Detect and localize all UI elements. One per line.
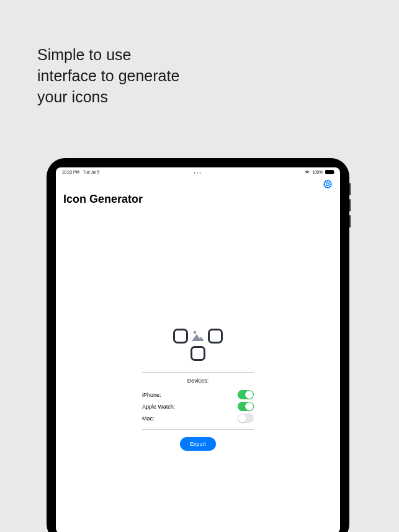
tablet-side-buttons [349, 183, 351, 231]
settings-button[interactable] [323, 179, 333, 189]
device-label: Apple Watch: [142, 404, 175, 410]
image-icon [191, 329, 205, 344]
gear-icon [323, 179, 333, 189]
device-row-iphone: iPhone: [142, 389, 254, 401]
svg-point-1 [326, 183, 330, 186]
device-label: Mac: [142, 415, 155, 422]
headline-line-1: Simple to use [37, 45, 179, 66]
app-title: Icon Generator [56, 175, 340, 211]
tablet-screen: 10:22 PM Tue Jul 5 ••• 100% Icon Generat… [56, 167, 340, 532]
divider [142, 372, 254, 373]
headline-line-3: your icons [37, 87, 179, 108]
tablet-frame: 10:22 PM Tue Jul 5 ••• 100% Icon Generat… [47, 158, 349, 532]
device-label: iPhone: [142, 392, 161, 398]
marketing-headline: Simple to use interface to generate your… [37, 45, 179, 107]
toggle-applewatch[interactable] [238, 402, 254, 411]
device-row-mac: Mac: [142, 412, 254, 424]
divider [142, 429, 254, 430]
device-row-applewatch: Apple Watch: [142, 401, 254, 412]
status-date: Tue Jul 5 [83, 170, 100, 174]
square-outline-icon [173, 329, 188, 344]
wifi-icon [305, 171, 310, 174]
main-content: Devices: iPhone: Apple Watch: Mac: Expor… [142, 329, 254, 451]
status-time: 10:22 PM [62, 170, 79, 174]
export-button[interactable]: Export [180, 437, 216, 451]
devices-section-label: Devices: [142, 378, 254, 384]
toggle-iphone[interactable] [238, 390, 254, 399]
multitasking-dots-icon: ••• [194, 171, 202, 175]
square-outline-icon [191, 346, 205, 361]
icon-placeholder[interactable] [173, 329, 223, 361]
status-bar: 10:22 PM Tue Jul 5 ••• 100% [56, 167, 340, 175]
svg-point-2 [194, 331, 196, 334]
battery-icon [325, 170, 334, 174]
toggle-mac[interactable] [238, 414, 254, 423]
battery-percent: 100% [312, 170, 323, 174]
headline-line-2: interface to generate [37, 66, 179, 87]
square-outline-icon [208, 329, 223, 344]
